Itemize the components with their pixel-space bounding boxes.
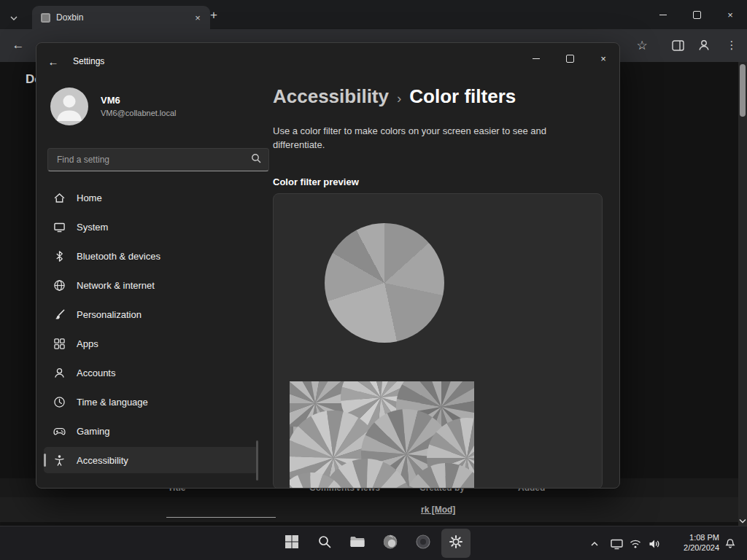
- personalization-icon: [53, 308, 66, 321]
- settings-back-icon[interactable]: ←: [45, 53, 61, 69]
- settings-window-title: Settings: [73, 56, 104, 66]
- dark-circle-app-icon: [415, 534, 431, 553]
- home-icon: [53, 192, 66, 204]
- settings-search-box[interactable]: [47, 148, 269, 171]
- firefox-button[interactable]: [376, 529, 405, 558]
- settings-window: ← Settings × VM6 VM6@collabnet.local Hom…: [36, 42, 620, 489]
- sidebar-item-time-language[interactable]: Time & language: [44, 389, 258, 415]
- side-panel-icon[interactable]: [668, 36, 687, 55]
- sidebar-item-label: Personalization: [77, 309, 142, 320]
- tray-network-icon[interactable]: [629, 537, 642, 551]
- breadcrumb: Accessibility › Color filters: [273, 85, 516, 108]
- page-scrollbar[interactable]: [738, 62, 747, 526]
- tray-volume-icon[interactable]: [648, 537, 661, 551]
- network-icon: [53, 279, 66, 292]
- settings-nav: HomeSystemBluetooth & devicesNetwork & i…: [44, 184, 258, 476]
- sidebar-item-label: Network & internet: [77, 280, 155, 291]
- gaming-icon: [53, 425, 66, 438]
- sidebar-item-label: System: [77, 222, 108, 233]
- file-explorer-button[interactable]: [343, 529, 372, 558]
- page-description: Use a color filter to make colors on you…: [273, 125, 576, 152]
- bookmark-star-icon[interactable]: ☆: [632, 36, 651, 55]
- firefox-icon: [382, 534, 398, 553]
- sidebar-item-label: Gaming: [77, 426, 110, 437]
- gear-icon: [449, 534, 463, 552]
- sidebar-item-personalization[interactable]: Personalization: [44, 301, 258, 327]
- scroll-down-icon[interactable]: [738, 516, 747, 525]
- time-language-icon: [53, 396, 66, 408]
- title-link-underline: [166, 517, 276, 518]
- tab-strip-chevron-icon[interactable]: [9, 11, 18, 24]
- system-icon: [53, 221, 66, 233]
- created-by-link[interactable]: rk [Mod]: [421, 497, 455, 522]
- start-button[interactable]: [277, 529, 306, 558]
- search-magnifier-icon: [317, 534, 332, 552]
- settings-minimize-button[interactable]: [521, 47, 551, 69]
- pinwheel-image: [290, 381, 474, 488]
- sidebar-item-bluetooth-devices[interactable]: Bluetooth & devices: [44, 243, 258, 269]
- breadcrumb-parent[interactable]: Accessibility: [273, 85, 389, 108]
- taskbar-search-button[interactable]: [310, 529, 339, 558]
- sidebar-item-gaming[interactable]: Gaming: [44, 418, 258, 444]
- sidebar-item-system[interactable]: System: [44, 214, 258, 240]
- browser-close-button[interactable]: ×: [713, 0, 747, 29]
- windows-logo-icon: [285, 534, 299, 552]
- browser-minimize-button[interactable]: [646, 0, 680, 29]
- new-tab-button[interactable]: +: [206, 7, 222, 23]
- settings-taskbar-button[interactable]: [441, 529, 471, 558]
- pie-chart-preview: [325, 223, 444, 343]
- folder-icon: [349, 534, 365, 552]
- accessibility-icon: [53, 454, 66, 467]
- sidebar-item-network-internet[interactable]: Network & internet: [44, 272, 258, 298]
- taskbar-app-button[interactable]: [409, 529, 438, 558]
- accounts-icon: [53, 367, 66, 379]
- breadcrumb-separator: ›: [397, 90, 401, 106]
- user-name: VM6: [101, 95, 120, 106]
- color-filter-preview-card: [273, 193, 603, 489]
- notification-bell-icon[interactable]: [724, 537, 737, 551]
- settings-close-button[interactable]: ×: [588, 47, 619, 69]
- tab-favicon-icon: [41, 13, 50, 23]
- apps-icon: [53, 338, 66, 350]
- browser-maximize-button[interactable]: [680, 0, 713, 29]
- sidebar-item-accounts[interactable]: Accounts: [44, 359, 258, 386]
- settings-maximize-button[interactable]: [554, 47, 585, 69]
- tray-display-icon[interactable]: [610, 537, 623, 551]
- profile-icon[interactable]: [694, 36, 713, 55]
- sidebar-scrollbar[interactable]: [256, 440, 258, 481]
- user-avatar[interactable]: [50, 88, 88, 125]
- tab-title: Doxbin: [56, 12, 83, 23]
- back-icon[interactable]: ←: [9, 36, 28, 55]
- tab-close-icon[interactable]: ×: [191, 11, 204, 24]
- table-row: rk [Mod]: [0, 497, 738, 522]
- sidebar-item-label: Time & language: [77, 397, 148, 408]
- browser-menu-icon[interactable]: ⋮: [722, 36, 741, 55]
- bluetooth-icon: [53, 250, 66, 262]
- sidebar-item-home[interactable]: Home: [44, 184, 258, 211]
- clock-time: 1:08 PM: [662, 532, 719, 542]
- sidebar-item-label: Accessibility: [77, 455, 128, 466]
- taskbar-clock[interactable]: 1:08 PM 2/20/2024: [662, 532, 719, 553]
- user-account: VM6@collabnet.local: [101, 109, 177, 117]
- sidebar-item-label: Accounts: [77, 368, 115, 378]
- browser-tab[interactable]: Doxbin ×: [32, 6, 210, 29]
- sidebar-item-label: Bluetooth & devices: [77, 251, 160, 262]
- search-icon[interactable]: [251, 153, 261, 166]
- sidebar-item-label: Home: [77, 192, 102, 203]
- tray-chevron-up-icon[interactable]: [588, 537, 601, 551]
- scrollbar-thumb[interactable]: [740, 64, 746, 117]
- sidebar-item-label: Apps: [77, 338, 98, 349]
- preview-section-label: Color filter preview: [273, 176, 359, 187]
- sidebar-item-apps[interactable]: Apps: [44, 330, 258, 357]
- browser-tab-strip: Doxbin × + ×: [0, 0, 747, 29]
- clock-date: 2/20/2024: [662, 542, 719, 553]
- page-title: Color filters: [409, 85, 516, 108]
- sidebar-item-accessibility[interactable]: Accessibility: [44, 447, 258, 473]
- taskbar: 1:08 PM 2/20/2024: [0, 526, 747, 560]
- settings-search-input[interactable]: [55, 154, 245, 166]
